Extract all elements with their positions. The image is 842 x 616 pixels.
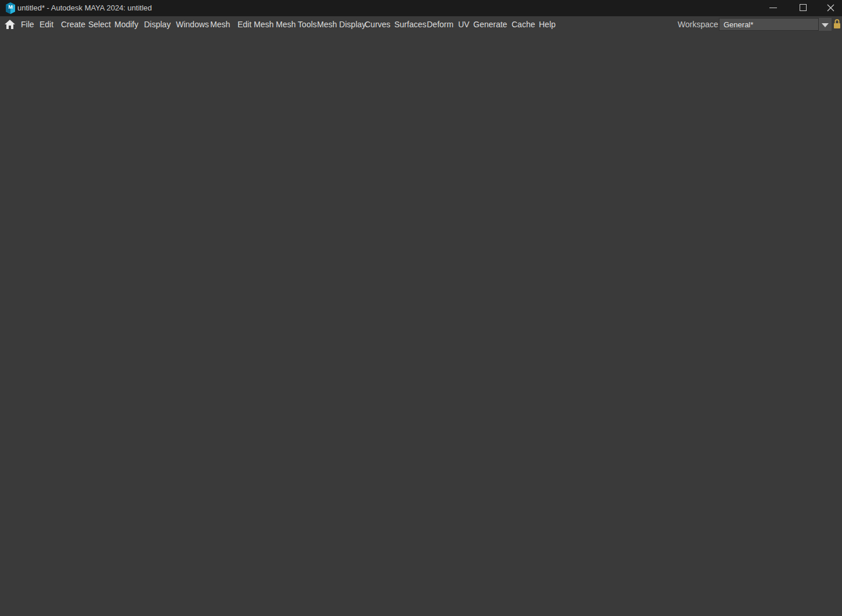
svg-text:M: M — [8, 4, 13, 10]
